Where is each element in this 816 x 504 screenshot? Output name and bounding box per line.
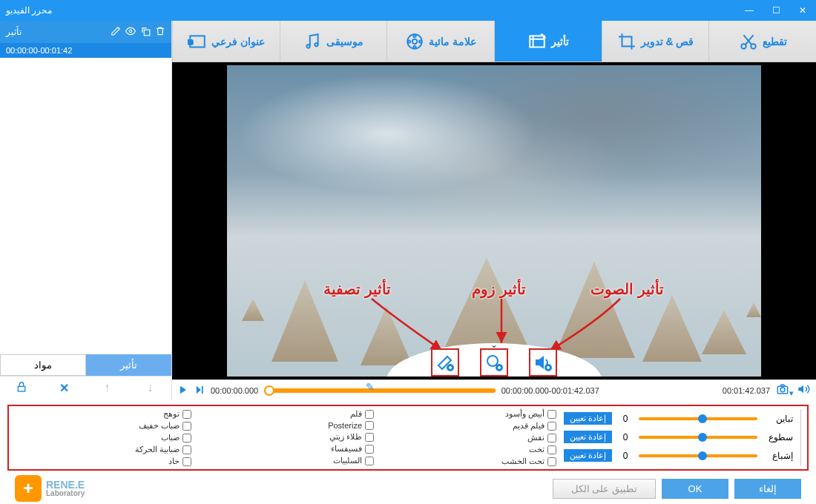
svg-point-9 bbox=[412, 39, 418, 44]
timeline-track[interactable]: ✎ bbox=[264, 388, 495, 393]
move-up-button[interactable]: ↑ bbox=[86, 377, 129, 400]
timeline-range: 00:00:00.000-00:01:42.037 bbox=[501, 386, 599, 395]
filter-checkbox[interactable]: أبيض وأسود bbox=[380, 409, 556, 419]
tool-cut[interactable]: تقطيع bbox=[708, 21, 816, 62]
svg-point-14 bbox=[307, 44, 310, 47]
filter-checkbox[interactable]: فسيفساء bbox=[197, 444, 374, 454]
video-preview: تأثير تصفية تأثير زوم تأثير الصوت ⌄ bbox=[227, 65, 761, 377]
volume-button[interactable] bbox=[797, 382, 810, 398]
lock-button[interactable] bbox=[0, 377, 43, 400]
tool-music[interactable]: موسيقى bbox=[280, 21, 387, 62]
play-button[interactable] bbox=[178, 385, 188, 397]
filter-checkbox[interactable]: السلبيات bbox=[197, 456, 374, 465]
delete-icon[interactable] bbox=[155, 26, 165, 39]
brightness-slider[interactable] bbox=[639, 436, 757, 439]
svg-point-24 bbox=[780, 388, 785, 392]
snapshot-button[interactable]: ▾ bbox=[776, 382, 794, 398]
svg-rect-1 bbox=[144, 30, 150, 36]
filter-checkbox[interactable]: Posterize bbox=[197, 421, 374, 430]
svg-point-11 bbox=[419, 40, 421, 42]
filter-checkbox[interactable]: ضباب خفيف bbox=[15, 421, 191, 431]
svg-point-15 bbox=[315, 43, 318, 46]
filter-checkbox[interactable]: تخت bbox=[380, 445, 556, 454]
tool-effect[interactable]: تأثير bbox=[494, 21, 602, 62]
filter-checkbox[interactable]: قلم bbox=[197, 409, 374, 419]
saturation-slider[interactable] bbox=[639, 454, 757, 457]
window-title: محرر الفيديو bbox=[6, 5, 742, 16]
svg-rect-22 bbox=[202, 385, 203, 394]
adjust-saturation: إشباع 0 إعادة تعيين bbox=[564, 449, 793, 462]
main-toolbar: تقطيع قص & تدوير تأثير علامة مائية موسيق… bbox=[172, 21, 816, 62]
brightness-reset-button[interactable]: إعادة تعيين bbox=[564, 431, 612, 443]
sidebar-body bbox=[0, 58, 171, 354]
apply-all-button[interactable]: تطبيق على الكل bbox=[553, 479, 656, 499]
adjust-brightness: سطوع 0 إعادة تعيين bbox=[564, 431, 793, 443]
tool-crop[interactable]: قص & تدوير bbox=[602, 21, 709, 62]
svg-text:SUB: SUB bbox=[188, 39, 194, 46]
close-button[interactable]: ✕ bbox=[795, 5, 810, 16]
timeline: 00:00:00.000 ✎ 00:00:00.000-00:01:42.037… bbox=[172, 379, 816, 400]
contrast-reset-button[interactable]: إعادة تعيين bbox=[564, 412, 612, 425]
saturation-reset-button[interactable]: إعادة تعيين bbox=[564, 449, 612, 462]
sidebar-tab-material[interactable]: مواد bbox=[0, 354, 86, 376]
svg-point-0 bbox=[129, 30, 132, 33]
sidebar-title: تأثير bbox=[6, 27, 111, 37]
timeline-end: 00:01:42.037 bbox=[723, 386, 770, 395]
bottom-panel: أبيض وأسودفيلم قديمنقشتختتحت الخشبقلمPos… bbox=[0, 400, 816, 504]
clip-item[interactable]: 00:00:00-00:01:42 bbox=[0, 43, 171, 58]
timeline-thumb[interactable] bbox=[264, 385, 274, 396]
filter-checkbox[interactable]: ضبابية الحركة bbox=[15, 445, 191, 454]
svg-point-12 bbox=[414, 45, 416, 47]
sidebar-tab-effect[interactable]: تأثير bbox=[86, 354, 172, 376]
tool-watermark[interactable]: علامة مائية bbox=[386, 21, 494, 62]
contrast-slider[interactable] bbox=[639, 417, 757, 420]
move-down-button[interactable]: ↓ bbox=[128, 377, 171, 400]
logo-icon bbox=[15, 475, 42, 502]
cancel-button[interactable]: إلغاء bbox=[734, 479, 801, 499]
svg-point-19 bbox=[487, 356, 498, 366]
sound-effect-button[interactable] bbox=[529, 348, 557, 377]
step-button[interactable] bbox=[194, 385, 205, 397]
minimize-button[interactable]: — bbox=[742, 5, 757, 16]
sidebar: تأثير 00:00:00-00:01:42 مواد تأثير ✕ ↑ ↓ bbox=[0, 21, 172, 400]
eye-icon[interactable] bbox=[125, 26, 136, 39]
timeline-start: 00:00:00.000 bbox=[211, 386, 258, 395]
svg-point-7 bbox=[543, 36, 544, 38]
filter-checkbox[interactable]: تحت الخشب bbox=[380, 457, 556, 466]
ok-button[interactable]: OK bbox=[662, 479, 728, 499]
titlebar: محرر الفيديو — ☐ ✕ bbox=[0, 0, 816, 21]
svg-rect-2 bbox=[18, 386, 24, 391]
preview-area: تأثير تصفية تأثير زوم تأثير الصوت ⌄ bbox=[172, 62, 816, 379]
filter-checkbox[interactable]: فيلم قديم bbox=[380, 421, 556, 431]
remove-button[interactable]: ✕ bbox=[43, 377, 86, 400]
brand-logo: RENE.ELaboratory bbox=[15, 475, 85, 502]
svg-rect-5 bbox=[530, 36, 544, 47]
filter-effect-button[interactable] bbox=[431, 348, 459, 377]
zoom-effect-button[interactable]: ⌄ bbox=[480, 348, 508, 377]
filter-checkbox[interactable]: نقش bbox=[380, 433, 556, 442]
edit-icon[interactable] bbox=[111, 26, 121, 39]
svg-point-13 bbox=[408, 40, 410, 42]
filter-checkbox[interactable]: طلاء زيتي bbox=[197, 432, 374, 442]
sidebar-header: تأثير bbox=[0, 21, 171, 43]
tool-subtitle[interactable]: SUB عنوان فرعي bbox=[172, 21, 280, 62]
copy-icon[interactable] bbox=[140, 26, 151, 39]
filter-checkbox[interactable]: حاد bbox=[15, 457, 191, 466]
adjust-contrast: تباين 0 إعادة تعيين bbox=[564, 412, 793, 425]
window-controls: — ☐ ✕ bbox=[742, 5, 810, 16]
filter-checkbox[interactable]: ضباب bbox=[15, 433, 191, 442]
timeline-marker[interactable]: ✎ bbox=[366, 381, 375, 393]
filter-checkbox[interactable]: توهج bbox=[15, 409, 191, 419]
maximize-button[interactable]: ☐ bbox=[769, 5, 783, 16]
svg-point-10 bbox=[414, 34, 416, 36]
svg-point-6 bbox=[541, 34, 542, 36]
